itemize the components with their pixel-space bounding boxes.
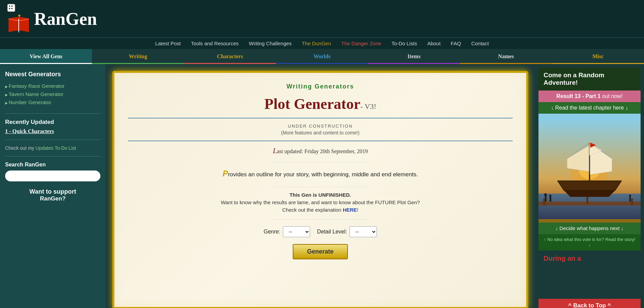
plot-version: - V3! bbox=[360, 102, 376, 111]
during-box: During an a bbox=[538, 250, 641, 266]
result-bar: Result 13 - Part 1 out now! bbox=[538, 91, 641, 102]
list-item: Fantasy Race Generator bbox=[5, 82, 100, 90]
more-features: (More features and content to come!) bbox=[128, 130, 513, 135]
header: ✦ RanGen bbox=[0, 0, 644, 37]
generate-button[interactable]: Generate bbox=[293, 244, 348, 259]
svg-point-3 bbox=[11, 5, 13, 7]
divider bbox=[5, 113, 100, 114]
nav-todo[interactable]: To-Do Lists bbox=[391, 40, 417, 46]
subnav-writing[interactable]: Writing bbox=[92, 49, 184, 64]
svg-point-17 bbox=[549, 195, 551, 197]
recently-updated-link[interactable]: 1 - Quick Characters bbox=[5, 128, 100, 134]
list-item: Tavern Name Generator bbox=[5, 90, 100, 98]
drop-cap-p: P bbox=[223, 169, 228, 178]
divider2 bbox=[128, 141, 513, 141]
main-content: Writing Generators Plot Generator- V3! U… bbox=[106, 64, 535, 308]
back-to-top-label: ^ Back to Top ^ bbox=[568, 302, 611, 308]
drop-cap-l: L bbox=[273, 146, 277, 155]
title-divider bbox=[128, 118, 513, 118]
nav-writing-challenges[interactable]: Writing Challenges bbox=[249, 40, 292, 46]
subnav-names[interactable]: Names bbox=[460, 49, 552, 64]
back-to-top-button[interactable]: ^ Back to Top ^ bbox=[538, 299, 641, 308]
svg-rect-18 bbox=[629, 196, 631, 202]
no-idea-bar[interactable]: ↑ No idea what this vote is for? Read th… bbox=[538, 234, 641, 250]
left-sidebar: Newest Generators Fantasy Race Generator… bbox=[0, 64, 106, 308]
newest-title: Newest Generators bbox=[5, 71, 100, 78]
dotted-line2: ........................................… bbox=[128, 183, 513, 189]
fantasy-race-link[interactable]: Fantasy Race Generator bbox=[9, 83, 65, 89]
svg-point-15 bbox=[544, 193, 547, 196]
decide-text: ↓ Decide what happens next ↓ bbox=[556, 225, 624, 231]
detail-group: Detail Level: -- bbox=[317, 226, 377, 237]
logo-title: RanGen bbox=[34, 9, 97, 29]
result-suffix: out now! bbox=[600, 93, 623, 99]
sub-nav: View All Gens Writing Characters Worlds … bbox=[0, 49, 644, 64]
svg-point-2 bbox=[9, 8, 10, 9]
read-chapter-bar[interactable]: ↓ Read the latest chapter here ↓ bbox=[538, 102, 641, 114]
unfinished-line2: Want to know why the results are lame, a… bbox=[128, 199, 513, 205]
read-chapter-text: ↓ Read the latest chapter here ↓ bbox=[551, 105, 628, 111]
support-title: Want to support bbox=[5, 188, 100, 195]
content-box: Writing Generators Plot Generator- V3! U… bbox=[112, 71, 528, 308]
todo-link[interactable]: Updates To-Do List bbox=[36, 145, 76, 151]
svg-text:✦: ✦ bbox=[17, 13, 21, 19]
nav-contact[interactable]: Contact bbox=[471, 40, 489, 46]
logo-icon: ✦ bbox=[7, 3, 31, 34]
detail-label: Detail Level: bbox=[317, 229, 347, 235]
here-link[interactable]: HERE bbox=[343, 207, 357, 213]
support-sub: RanGen? bbox=[5, 195, 100, 202]
adventure-box: Come on a Random Adventure! bbox=[538, 67, 641, 91]
genre-select[interactable]: -- bbox=[283, 226, 310, 237]
svg-rect-21 bbox=[543, 198, 545, 206]
last-updated: Last updated: Friday 20th September, 201… bbox=[128, 146, 513, 155]
unfinished-line1: This Gen is UNFINISHED. bbox=[290, 192, 351, 198]
adventure-title: Come on a Random Adventure! bbox=[544, 71, 635, 86]
nav-about[interactable]: About bbox=[427, 40, 440, 46]
number-gen-link[interactable]: Number Generator bbox=[9, 99, 51, 105]
logo-area: ✦ RanGen bbox=[7, 3, 97, 34]
divider bbox=[5, 156, 100, 157]
unfinished-box: This Gen is UNFINISHED. Want to know why… bbox=[128, 192, 513, 213]
dotted-line1: ........................................… bbox=[128, 159, 513, 164]
subnav-items[interactable]: Items bbox=[368, 49, 460, 64]
subnav-view-all[interactable]: View All Gens bbox=[0, 49, 92, 64]
divider bbox=[5, 140, 100, 140]
top-nav: Latest Post Tools and Resources Writing … bbox=[0, 37, 644, 49]
svg-point-19 bbox=[629, 195, 631, 197]
decide-bar[interactable]: ↓ Decide what happens next ↓ bbox=[538, 223, 641, 234]
subnav-misc[interactable]: Misc bbox=[552, 49, 644, 64]
during-text: During an a bbox=[544, 255, 581, 262]
unfinished-line3: Check out the explanation HERE! bbox=[128, 207, 513, 213]
right-sidebar: Come on a Random Adventure! Result 13 - … bbox=[535, 64, 644, 308]
description: Provides an outline for your story, with… bbox=[128, 169, 513, 178]
subnav-characters[interactable]: Characters bbox=[184, 49, 276, 64]
newest-list: Fantasy Race Generator Tavern Name Gener… bbox=[5, 82, 100, 107]
dotted-line3: ........................................… bbox=[128, 216, 513, 221]
ship-image bbox=[538, 114, 641, 223]
list-item: Number Generator bbox=[5, 98, 100, 107]
svg-rect-16 bbox=[550, 196, 551, 202]
plot-title: Plot Generator bbox=[264, 96, 360, 112]
svg-rect-23 bbox=[586, 197, 589, 204]
nav-faq[interactable]: FAQ bbox=[451, 40, 461, 46]
recently-title: Recently Updated bbox=[5, 119, 100, 126]
main-layout: Newest Generators Fantasy Race Generator… bbox=[0, 64, 644, 308]
search-input[interactable] bbox=[5, 171, 100, 181]
nav-latest-post[interactable]: Latest Post bbox=[155, 40, 181, 46]
subnav-worlds[interactable]: Worlds bbox=[276, 49, 368, 64]
detail-select[interactable]: -- bbox=[350, 226, 377, 237]
svg-rect-10 bbox=[538, 194, 641, 219]
nav-dungen[interactable]: The DunGen bbox=[302, 40, 331, 46]
svg-rect-20 bbox=[538, 201, 641, 205]
result-text: Result 13 - Part 1 bbox=[557, 93, 601, 99]
svg-rect-22 bbox=[631, 198, 633, 206]
svg-point-4 bbox=[11, 8, 13, 9]
gen-title: Writing Generators bbox=[128, 83, 513, 90]
nav-tools[interactable]: Tools and Resources bbox=[191, 40, 239, 46]
controls: Genre: -- Detail Level: -- bbox=[128, 226, 513, 237]
nav-danger-zone[interactable]: The Danger Zone bbox=[341, 40, 382, 46]
tavern-name-link[interactable]: Tavern Name Generator bbox=[9, 91, 64, 97]
genre-label: Genre: bbox=[264, 229, 280, 235]
no-idea-text: ↑ No idea what this vote is for? Read th… bbox=[544, 237, 635, 248]
svg-rect-0 bbox=[7, 4, 15, 12]
